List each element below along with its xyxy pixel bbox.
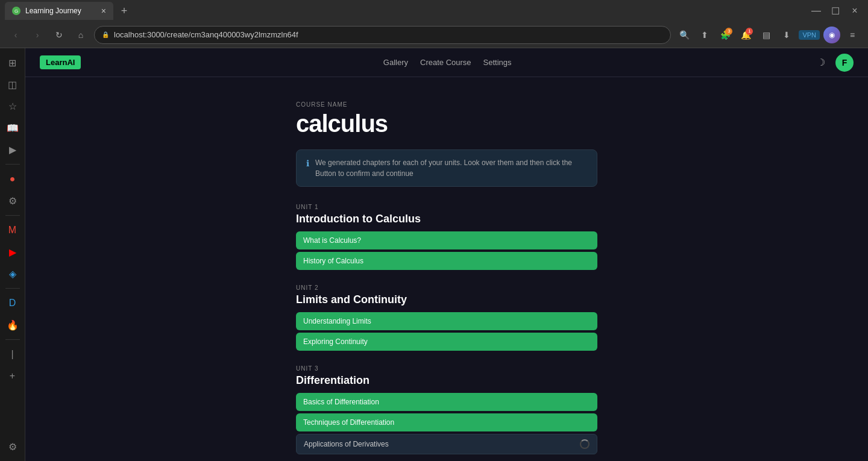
address-input[interactable]: 🔒 localhost:3000/create/cm3anq400003wy2l… bbox=[94, 26, 671, 44]
url-text: localhost:3000/create/cm3anq400003wy2lmz… bbox=[114, 30, 298, 39]
sidebar-book-icon[interactable]: 📖 bbox=[3, 118, 22, 137]
sidebar-video-icon[interactable]: ▶ bbox=[3, 140, 22, 159]
nav-settings[interactable]: Settings bbox=[483, 58, 512, 67]
info-icon: ℹ bbox=[306, 158, 309, 168]
sidebar-layers-icon[interactable]: ◫ bbox=[3, 75, 22, 94]
course-name-label: COURSE NAME bbox=[296, 101, 597, 108]
title-bar: G Learning Journey × + — ☐ × bbox=[0, 0, 868, 22]
chapter-name-2-1: Understanding Limits bbox=[303, 317, 371, 325]
chapter-name-1-1: What is Calculus? bbox=[303, 236, 361, 245]
user-avatar[interactable]: F bbox=[835, 54, 854, 72]
unit-section-3: UNIT 3DifferentiationBasics of Different… bbox=[296, 365, 597, 454]
chapter-item-3-2[interactable]: Techniques of Differentiation bbox=[296, 413, 597, 431]
app-header: LearnAI Gallery Create Course Settings ☽… bbox=[25, 48, 868, 77]
course-content: COURSE NAME calculus ℹ We generated chap… bbox=[296, 77, 597, 461]
chapter-name-3-2: Techniques of Differentiation bbox=[303, 418, 394, 427]
sidebar-settings-icon[interactable]: ⚙ bbox=[3, 191, 22, 210]
extensions-button[interactable]: 🧩 3 bbox=[717, 27, 734, 43]
theme-toggle-button[interactable]: ☽ bbox=[814, 55, 828, 70]
menu-button[interactable]: ≡ bbox=[844, 27, 861, 43]
profile-button[interactable]: ◉ bbox=[823, 27, 840, 43]
downloads-button[interactable]: ⬇ bbox=[778, 27, 795, 43]
sidebar-divider-1 bbox=[5, 164, 20, 165]
sidebar-pipe-icon: | bbox=[3, 345, 22, 364]
sidebar-basketball-icon[interactable]: ● bbox=[3, 169, 22, 189]
tab-close-button[interactable]: × bbox=[101, 6, 106, 16]
maximize-button[interactable]: ☐ bbox=[827, 2, 844, 19]
chapter-item-1-2[interactable]: History of Calculus bbox=[296, 252, 597, 270]
minimize-button[interactable]: — bbox=[808, 2, 825, 19]
address-bar: ‹ › ↻ ⌂ 🔒 localhost:3000/create/cm3anq40… bbox=[0, 22, 868, 48]
tab-favicon: G bbox=[12, 7, 20, 15]
sidebar-divider-2 bbox=[5, 215, 20, 216]
extensions-badge: 3 bbox=[725, 28, 732, 35]
sidebar-divider-3 bbox=[5, 288, 20, 289]
sidebar-flame-icon[interactable]: 🔥 bbox=[3, 315, 22, 334]
close-window-button[interactable]: × bbox=[846, 2, 863, 19]
active-tab[interactable]: G Learning Journey × bbox=[5, 2, 113, 20]
reload-button[interactable]: ↻ bbox=[51, 27, 68, 43]
search-action-button[interactable]: 🔍 bbox=[676, 27, 693, 43]
sidebar-toggle-button[interactable]: ▤ bbox=[758, 27, 775, 43]
units-container: UNIT 1Introduction to CalculusWhat is Ca… bbox=[296, 204, 597, 461]
share-action-button[interactable]: ⬆ bbox=[696, 27, 713, 43]
unit-label-1: UNIT 1 bbox=[296, 204, 597, 210]
chapter-item-3-1[interactable]: Basics of Differentiation bbox=[296, 393, 597, 411]
main-layout: ⊞ ◫ ☆ 📖 ▶ ● ⚙ M ▶ ◈ D 🔥 | + ⚙ LearnAI Ga… bbox=[0, 48, 868, 461]
browser-actions: 🔍 ⬆ 🧩 3 🔔 1 ▤ ⬇ VPN ◉ ≡ bbox=[676, 27, 861, 43]
info-text: We generated chapters for each of your u… bbox=[315, 157, 587, 179]
chapter-name-1-2: History of Calculus bbox=[303, 257, 363, 265]
sidebar-grid-icon[interactable]: ⊞ bbox=[3, 53, 22, 72]
sidebar-star-icon[interactable]: ☆ bbox=[3, 96, 22, 116]
app-nav-right: ☽ F bbox=[814, 54, 854, 72]
chapter-name-3-3: Applications of Derivatives bbox=[304, 440, 389, 448]
unit-title-2: Limits and Continuity bbox=[296, 293, 597, 306]
sidebar-box-icon[interactable]: ◈ bbox=[3, 264, 22, 283]
unit-title-3: Differentiation bbox=[296, 374, 597, 387]
sidebar-divider-4 bbox=[5, 339, 20, 340]
unit-label-2: UNIT 2 bbox=[296, 284, 597, 291]
nav-create-course[interactable]: Create Course bbox=[420, 58, 471, 67]
app-logo: LearnAI bbox=[40, 55, 81, 69]
sidebar: ⊞ ◫ ☆ 📖 ▶ ● ⚙ M ▶ ◈ D 🔥 | + ⚙ bbox=[0, 48, 25, 461]
unit-title-1: Introduction to Calculus bbox=[296, 213, 597, 225]
sidebar-youtube-icon[interactable]: ▶ bbox=[3, 242, 22, 262]
tab-title: Learning Journey bbox=[25, 7, 81, 15]
info-box: ℹ We generated chapters for each of your… bbox=[296, 149, 597, 187]
sidebar-bottom-settings-icon[interactable]: ⚙ bbox=[3, 437, 22, 456]
chapter-item-1-1[interactable]: What is Calculus? bbox=[296, 231, 597, 249]
chapter-item-3-3[interactable]: Applications of Derivatives bbox=[296, 434, 597, 454]
home-button[interactable]: ⌂ bbox=[72, 27, 89, 43]
nav-gallery[interactable]: Gallery bbox=[383, 58, 408, 67]
course-title: calculus bbox=[296, 110, 597, 137]
chapter-item-2-2[interactable]: Exploring Continuity bbox=[296, 333, 597, 351]
app-nav: Gallery Create Course Settings bbox=[383, 58, 512, 67]
back-nav-button[interactable]: ‹ bbox=[7, 27, 24, 43]
forward-nav-button[interactable]: › bbox=[29, 27, 46, 43]
security-icon: 🔒 bbox=[102, 31, 109, 38]
sidebar-gmail-icon[interactable]: M bbox=[3, 221, 22, 240]
sidebar-add-icon[interactable]: + bbox=[3, 366, 22, 386]
content-area: LearnAI Gallery Create Course Settings ☽… bbox=[25, 48, 868, 461]
unit-label-3: UNIT 3 bbox=[296, 365, 597, 372]
new-tab-button[interactable]: + bbox=[116, 2, 133, 19]
sidebar-d-icon[interactable]: D bbox=[3, 293, 22, 313]
chapter-name-2-2: Exploring Continuity bbox=[303, 337, 368, 346]
chapter-name-3-1: Basics of Differentiation bbox=[303, 398, 379, 406]
loading-spinner-3-3 bbox=[580, 439, 590, 449]
window-controls: — ☐ × bbox=[808, 2, 863, 19]
notifications-button[interactable]: 🔔 1 bbox=[737, 27, 754, 43]
unit-section-2: UNIT 2Limits and ContinuityUnderstanding… bbox=[296, 284, 597, 351]
vpn-button[interactable]: VPN bbox=[799, 30, 820, 40]
tab-strip: G Learning Journey × + bbox=[5, 2, 805, 20]
notifications-badge: 1 bbox=[746, 28, 753, 35]
unit-section-1: UNIT 1Introduction to CalculusWhat is Ca… bbox=[296, 204, 597, 270]
chapter-item-2-1[interactable]: Understanding Limits bbox=[296, 312, 597, 330]
